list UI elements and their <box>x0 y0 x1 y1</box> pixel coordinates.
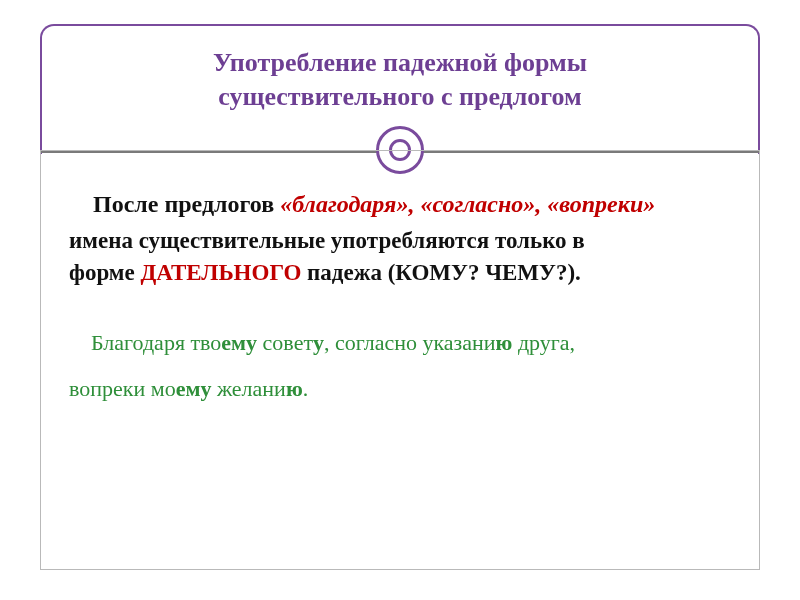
slide-title: Употребление падежной формы существитель… <box>72 46 728 114</box>
rule-line-2: имена существительные употребляются толь… <box>69 228 731 254</box>
ex1-d: у <box>313 330 324 355</box>
example-line-1: Благодаря твоему совету, согласно указан… <box>69 320 731 366</box>
prep-vopreki: «вопреки» <box>547 191 655 217</box>
ex1-e: , согласно указани <box>324 330 496 355</box>
ex2-a: вопреки мо <box>69 376 176 401</box>
ex1-b: ему <box>221 330 257 355</box>
ex2-d: ю <box>286 376 303 401</box>
title-line-1: Употребление падежной формы <box>213 48 587 77</box>
ex1-a: Благодаря тво <box>91 330 221 355</box>
ex2-e: . <box>303 376 309 401</box>
ex1-g: друга, <box>512 330 575 355</box>
intro-prefix: После предлогов <box>93 191 280 217</box>
prep-soglasno: «согласно» <box>420 191 535 217</box>
example-line-2: вопреки моему желанию. <box>69 366 731 412</box>
rule3-b: падежа <box>301 260 382 285</box>
rule-line-3: форме ДАТЕЛЬНОГО падежа (КОМУ? ЧЕМУ?). <box>69 260 731 286</box>
title-line-2: существительного с предлогом <box>218 82 581 111</box>
rule3-a: форме <box>69 260 140 285</box>
content-frame: После предлогов «благодаря», «согласно»,… <box>40 150 760 570</box>
intro-line: После предлогов «благодаря», «согласно»,… <box>69 191 731 218</box>
ex1-f: ю <box>496 330 513 355</box>
sep-1: , <box>408 191 420 217</box>
ex2-c: желани <box>211 376 285 401</box>
ex1-c: совет <box>257 330 313 355</box>
slide: Употребление падежной формы существитель… <box>0 0 800 600</box>
prep-blagodarya: «благодаря» <box>280 191 408 217</box>
sep-2: , <box>535 191 547 217</box>
rule3-case: ДАТЕЛЬНОГО <box>140 260 301 285</box>
examples-block: Благодаря твоему совету, согласно указан… <box>69 320 731 412</box>
rule3-q: (КОМУ? ЧЕМУ?). <box>382 260 581 285</box>
ex2-b: ему <box>176 376 212 401</box>
